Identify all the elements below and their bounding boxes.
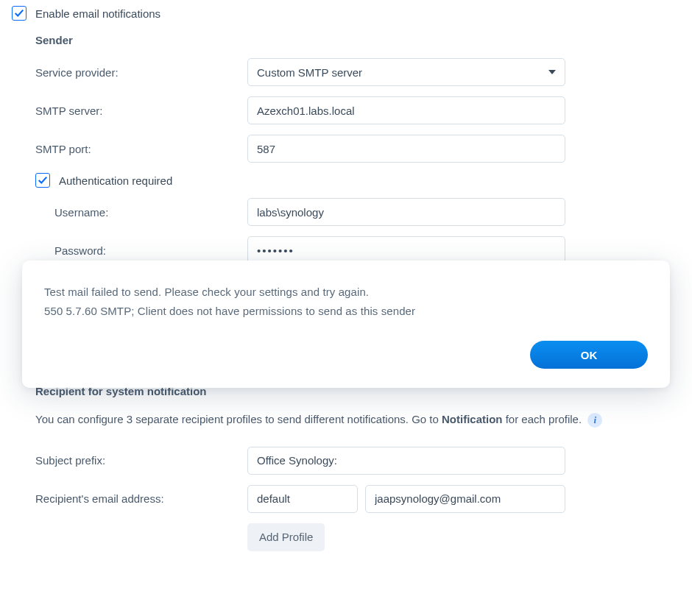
username-input[interactable]	[247, 198, 565, 226]
error-message-line1: Test mail failed to send. Please check y…	[44, 283, 648, 302]
enable-email-checkbox[interactable]	[12, 6, 27, 21]
password-label: Password:	[54, 244, 247, 257]
auth-fields: Username: Password:	[0, 198, 692, 264]
smtp-server-row: SMTP server:	[35, 96, 692, 124]
recipient-section: Recipient for system notification You ca…	[0, 385, 692, 551]
username-label: Username:	[54, 206, 247, 219]
recipient-email-input[interactable]	[365, 485, 565, 513]
check-icon	[14, 8, 24, 18]
smtp-port-row: SMTP port:	[35, 135, 692, 163]
check-icon	[38, 175, 48, 185]
error-dialog: Test mail failed to send. Please check y…	[22, 261, 670, 388]
subject-prefix-label: Subject prefix:	[35, 454, 247, 467]
auth-required-row: Authentication required	[0, 173, 692, 188]
subject-prefix-input[interactable]	[247, 447, 565, 475]
enable-email-row: Enable email notifications	[0, 6, 692, 21]
recipient-email-row: Recipient's email address:	[35, 485, 692, 513]
smtp-server-label: SMTP server:	[35, 105, 247, 117]
sender-heading: Sender	[35, 34, 692, 46]
smtp-server-input[interactable]	[247, 96, 565, 124]
error-message: Test mail failed to send. Please check y…	[44, 283, 648, 320]
smtp-port-input[interactable]	[247, 135, 565, 163]
service-provider-label: Service provider:	[35, 66, 247, 79]
add-profile-row: Add Profile	[35, 523, 692, 551]
subject-prefix-row: Subject prefix:	[35, 447, 692, 475]
service-provider-value: Custom SMTP server	[257, 66, 362, 79]
service-provider-select[interactable]: Custom SMTP server	[247, 58, 565, 86]
recipient-email-label: Recipient's email address:	[35, 492, 247, 505]
username-row: Username:	[54, 198, 692, 226]
chevron-down-icon	[548, 70, 556, 74]
smtp-port-label: SMTP port:	[35, 143, 247, 155]
recipient-desc-prefix: You can configure 3 separate recipient p…	[35, 413, 442, 425]
auth-required-checkbox[interactable]	[35, 173, 50, 188]
ok-button[interactable]: OK	[530, 341, 648, 369]
recipient-description: You can configure 3 separate recipient p…	[35, 409, 692, 431]
recipient-desc-suffix: for each profile.	[503, 413, 582, 425]
enable-email-label: Enable email notifications	[35, 7, 160, 20]
error-message-line2: 550 5.7.60 SMTP; Client does not have pe…	[44, 302, 648, 321]
recipient-profile-input[interactable]	[247, 485, 358, 513]
auth-required-label: Authentication required	[59, 174, 172, 187]
sender-section: Sender Service provider: Custom SMTP ser…	[0, 34, 692, 163]
recipient-desc-bold: Notification	[442, 413, 503, 425]
add-profile-button[interactable]: Add Profile	[247, 523, 325, 551]
service-provider-row: Service provider: Custom SMTP server	[35, 58, 692, 86]
info-icon[interactable]: i	[587, 413, 602, 428]
